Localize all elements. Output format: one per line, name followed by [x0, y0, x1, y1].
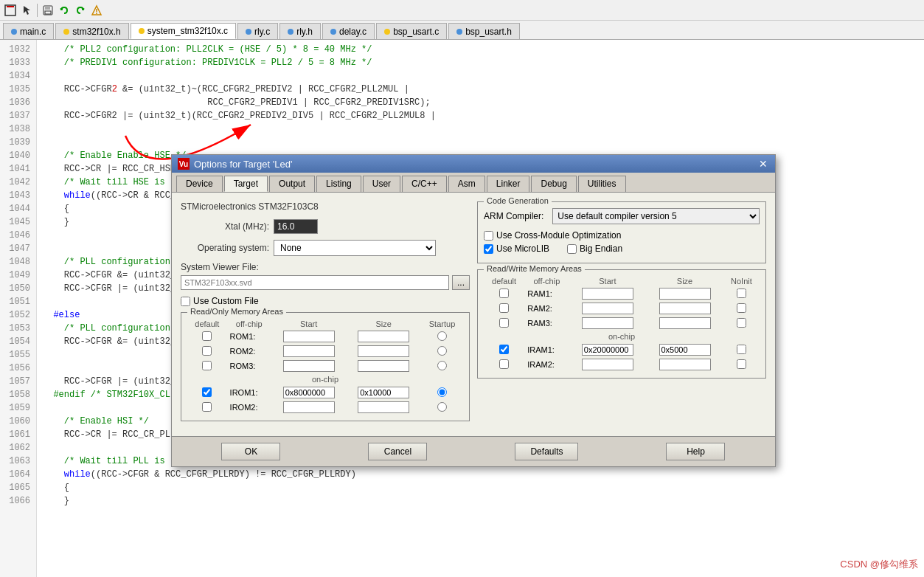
irom1-default-cb[interactable] — [202, 387, 212, 397]
options-dialog[interactable]: Vu Options for Target 'Led' ✕ Device Tar… — [171, 154, 776, 467]
ram3-size-input[interactable] — [659, 317, 711, 329]
viewer-input[interactable] — [181, 275, 449, 290]
iram2-noinit-cb[interactable] — [737, 359, 746, 369]
tab-stm32f10x-h[interactable]: stm32f10x.h — [55, 23, 128, 39]
iram1-start-input[interactable] — [582, 344, 633, 356]
dialog-tab-output[interactable]: Output — [269, 176, 315, 192]
ram2-noinit-cb[interactable] — [737, 303, 746, 313]
defaults-button[interactable]: Defaults — [515, 443, 578, 460]
ram2-default-cb[interactable] — [499, 303, 509, 313]
save-icon[interactable] — [41, 3, 55, 18]
ram-col-size: Size — [646, 276, 723, 286]
code-gen-section: Code Generation ARM Compiler: Use defaul… — [477, 201, 766, 263]
os-select[interactable]: None — [274, 240, 436, 256]
irom1-start-input[interactable] — [283, 387, 335, 398]
dialog-tab-linker[interactable]: Linker — [487, 176, 530, 192]
irom1-size-input[interactable] — [358, 387, 409, 398]
iram2-size-input[interactable] — [659, 359, 711, 370]
on-chip-label: on-chip — [187, 373, 463, 385]
table-row: ROM1: — [187, 329, 463, 344]
ram1-size-input[interactable] — [659, 288, 711, 300]
ram1-noinit-cb[interactable] — [737, 288, 746, 298]
ram3-default-cb[interactable] — [499, 318, 509, 328]
custom-file-checkbox[interactable] — [181, 297, 190, 306]
code-line: while((RCC->CFGR & RCC_CFGR_PLLRDY) != R… — [43, 468, 918, 481]
dialog-tab-device[interactable]: Device — [176, 176, 223, 192]
viewer-section: System Viewer File: ... — [181, 262, 470, 290]
xtal-input[interactable] — [274, 219, 318, 234]
iram1-default-cb[interactable] — [499, 345, 509, 354]
tab-bsp-usart-h[interactable]: bsp_usart.h — [448, 23, 520, 39]
ram2-start-input[interactable] — [582, 303, 633, 314]
dialog-tab-target[interactable]: Target — [224, 176, 268, 192]
table-row: IROM1: — [187, 385, 463, 400]
cross-module-checkbox[interactable] — [484, 231, 493, 241]
dialog-left-panel: STMicroelectronics STM32F103C8 Xtal (MHz… — [181, 201, 470, 427]
rom1-startup-radio[interactable] — [437, 331, 447, 341]
device-name-label: STMicroelectronics STM32F103C8 — [181, 201, 319, 212]
cross-module-label: Use Cross-Module Optimization — [496, 230, 621, 241]
build-icon[interactable] — [89, 3, 104, 18]
irom2-start-input[interactable] — [283, 401, 335, 413]
iram1-size-input[interactable] — [659, 344, 711, 356]
iram2-default-cb[interactable] — [499, 359, 509, 369]
irom2-size-input[interactable] — [358, 401, 409, 413]
code-line — [43, 69, 918, 83]
dialog-tab-utilities[interactable]: Utilities — [578, 176, 626, 192]
tab-rly-h[interactable]: rly.h — [279, 23, 321, 39]
rom2-size-input[interactable] — [358, 345, 409, 357]
rom2-startup-radio[interactable] — [437, 346, 447, 356]
rom3-start-input[interactable] — [283, 360, 335, 372]
cancel-button[interactable]: Cancel — [368, 443, 427, 460]
rom1-start-input[interactable] — [283, 331, 335, 342]
dialog-tab-debug[interactable]: Debug — [531, 176, 576, 192]
rom1-default-cb[interactable] — [202, 331, 212, 341]
dialog-tab-cpp[interactable]: C/C++ — [402, 176, 447, 192]
tab-rly-c[interactable]: rly.c — [237, 23, 278, 39]
ram1-start-input[interactable] — [582, 288, 633, 300]
redo-icon[interactable] — [73, 3, 88, 18]
tab-dot — [288, 29, 293, 35]
ram1-default-cb[interactable] — [499, 288, 509, 298]
rom2-default-cb[interactable] — [202, 346, 212, 356]
tab-system-stm32f10x-c[interactable]: system_stm32f10x.c — [131, 23, 236, 39]
rom2-start-input[interactable] — [283, 345, 335, 357]
select-icon[interactable] — [19, 3, 34, 18]
help-button[interactable]: Help — [666, 443, 725, 460]
rom3-size-input[interactable] — [358, 360, 409, 372]
tab-dot — [11, 29, 17, 35]
ram2-size-input[interactable] — [659, 303, 711, 314]
tab-delay-c[interactable]: delay.c — [322, 23, 375, 39]
ram3-noinit-cb[interactable] — [737, 318, 746, 328]
irom2-default-cb[interactable] — [202, 402, 212, 412]
ram3-start-input[interactable] — [582, 317, 633, 329]
irom1-startup-radio[interactable] — [437, 387, 447, 397]
dialog-tab-listing[interactable]: Listing — [316, 176, 361, 192]
iram2-start-input[interactable] — [582, 359, 633, 370]
svg-rect-4 — [45, 6, 50, 10]
ram-col-offchip: off-chip — [524, 276, 569, 286]
irom2-startup-radio[interactable] — [437, 402, 447, 412]
watermark: CSDN @修勾维系 — [840, 558, 918, 571]
table-row: IRAM1: — [484, 342, 760, 357]
compiler-select[interactable]: Use default compiler version 5 — [552, 208, 760, 224]
rom-col-offchip: off-chip — [227, 319, 271, 329]
undo-icon[interactable] — [57, 3, 72, 18]
rom3-default-cb[interactable] — [202, 361, 212, 370]
ok-button[interactable]: OK — [221, 443, 280, 460]
rom3-startup-radio[interactable] — [437, 361, 447, 370]
rom1-size-input[interactable] — [358, 331, 409, 342]
xtal-row: Xtal (MHz): — [181, 219, 470, 234]
tab-main-c[interactable]: main.c — [3, 23, 54, 39]
tab-bsp-usart-c[interactable]: bsp_usart.c — [376, 23, 447, 39]
dialog-close-button[interactable]: ✕ — [757, 158, 769, 170]
table-row: ROM3: — [187, 359, 463, 373]
iram1-noinit-cb[interactable] — [737, 345, 746, 354]
dialog-tab-user[interactable]: User — [363, 176, 400, 192]
cursor-icon[interactable] — [3, 3, 18, 18]
line-numbers: 10321033103410351036 1037103810391040104… — [0, 40, 37, 577]
viewer-browse-button[interactable]: ... — [452, 275, 470, 290]
dialog-tab-asm[interactable]: Asm — [448, 176, 485, 192]
big-endian-checkbox[interactable] — [567, 244, 577, 254]
microlib-checkbox[interactable] — [484, 244, 493, 254]
